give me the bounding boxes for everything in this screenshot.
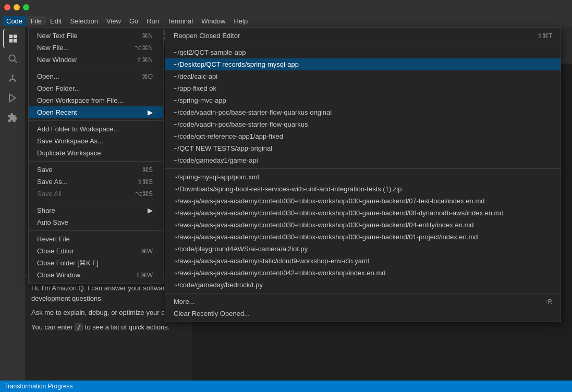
reopen-shortcut: ⇧⌘T (537, 32, 552, 40)
submenu-arrow-icon: ▶ (148, 108, 153, 116)
menu-item-label: Open... (37, 72, 59, 80)
submenu-arrow-icon: ▶ (148, 206, 153, 214)
menu-file[interactable]: File (27, 16, 46, 26)
recent-item-qct2[interactable]: ~/qct2/QCT-sample-app (165, 46, 561, 58)
menu-close-window[interactable]: Close Window ⇧⌘W (29, 269, 163, 281)
svg-marker-12 (9, 94, 16, 102)
minimize-button[interactable] (14, 4, 20, 10)
svg-point-8 (14, 80, 16, 81)
menu-item-label: Save All (37, 190, 62, 198)
recent-item-042-roblox[interactable]: ~/aws-ja/aws-java-academy/content/042-ro… (165, 267, 561, 279)
recent-item-gameday1[interactable]: ~/code/gameday1/game-api (165, 154, 561, 166)
recent-item-qct-tests[interactable]: ~/QCT NEW TESTS/app-original (165, 142, 561, 154)
menu-item-shortcut: ⇧⌘N (137, 56, 153, 64)
menu-duplicate-workspace[interactable]: Duplicate Workspace (29, 147, 163, 159)
recent-item-pom[interactable]: ~/spring-mysql-app/pom.xml (165, 171, 561, 183)
recent-item-bedrock[interactable]: ~/code/gameday/bedrock/t.py (165, 279, 561, 291)
menu-new-file[interactable]: New File... ⌥⌘N (29, 42, 163, 54)
recent-item-cloud9[interactable]: ~/aws-ja/aws-java-academy/static/cloud9-… (165, 255, 561, 267)
menu-auto-save[interactable]: Auto Save (29, 216, 163, 228)
menu-item-shortcut: ⌘S (142, 166, 153, 174)
recent-item-zip[interactable]: ~/Downloads/spring-boot-rest-services-wi… (165, 183, 561, 195)
menu-divider-3 (29, 161, 163, 162)
maximize-button[interactable] (23, 4, 29, 10)
svg-line-10 (10, 79, 13, 80)
recent-item-vaadin-original[interactable]: ~/code/vaadin-poc/base-starter-flow-quar… (165, 106, 561, 118)
reopen-label: Reopen Closed Editor (174, 32, 240, 40)
menu-open-recent[interactable]: Open Recent ▶ (29, 106, 163, 118)
menu-edit[interactable]: Edit (46, 16, 66, 26)
svg-point-6 (11, 75, 13, 76)
menu-close-folder[interactable]: Close Folder [⌘K F] (29, 257, 163, 269)
menu-selection[interactable]: Selection (66, 16, 102, 26)
recent-item-aws-07[interactable]: ~/aws-ja/aws-java-academy/content/030-ro… (165, 195, 561, 207)
open-recent-submenu: Reopen Closed Editor ⇧⌘T ~/qct2/QCT-samp… (165, 27, 561, 322)
menu-window[interactable]: Window (197, 16, 229, 26)
sidebar-debug-icon[interactable] (3, 89, 22, 107)
clear-recently-opened[interactable]: Clear Recently Opened... (165, 308, 561, 320)
menu-save[interactable]: Save ⌘S (29, 164, 163, 176)
recent-item-calc-api[interactable]: ~/deal/calc-api (165, 70, 561, 82)
menu-open[interactable]: Open... ⌘O (29, 70, 163, 82)
menu-close-editor[interactable]: Close Editor ⌘W (29, 245, 163, 257)
menu-run[interactable]: Run (142, 16, 163, 26)
menu-item-label: Open Folder... (37, 84, 80, 92)
menu-item-label: New File... (37, 44, 69, 52)
svg-line-5 (15, 60, 17, 63)
svg-rect-3 (14, 39, 17, 43)
amazon-q-slash: / (75, 323, 83, 331)
menu-item-label: Open Recent (37, 108, 77, 116)
menu-item-label: New Window (37, 56, 77, 64)
menu-save-workspace-as[interactable]: Save Workspace As... (29, 135, 163, 147)
menu-new-text-file[interactable]: New Text File ⌘N (29, 30, 163, 42)
more-label: More... (174, 298, 194, 305)
menu-open-workspace[interactable]: Open Workspace from File... (29, 94, 163, 106)
recent-item-ai-camera[interactable]: ~/code/playground4AWS/ai-camera/ai2iot.p… (165, 243, 561, 255)
more-button[interactable]: More... ↑R (165, 296, 561, 308)
recent-item-app-fixed[interactable]: ~/app-fixed ok (165, 82, 561, 94)
recent-item-aws-01[interactable]: ~/aws-ja/aws-java-academy/content/030-ro… (165, 231, 561, 243)
menu-item-shortcut: ⇧⌘W (136, 272, 153, 279)
recent-item-spring-mvc[interactable]: ~/spring-mvc-app (165, 94, 561, 106)
menu-item-label: Save (37, 166, 53, 174)
menu-go[interactable]: Go (125, 16, 142, 26)
close-button[interactable] (4, 4, 10, 10)
recent-item-aws-08[interactable]: ~/aws-ja/aws-java-academy/content/030-ro… (165, 207, 561, 219)
menu-item-label: Open Workspace from File... (37, 96, 123, 104)
menu-help[interactable]: Help (229, 16, 252, 26)
status-text: Transformation Progress (4, 383, 73, 390)
sidebar-extensions-icon[interactable] (3, 108, 22, 127)
menu-share[interactable]: Share ▶ (29, 204, 163, 216)
reopen-closed-editor[interactable]: Reopen Closed Editor ⇧⌘T (165, 30, 561, 42)
svg-rect-0 (9, 35, 13, 39)
menu-add-folder[interactable]: Add Folder to Workspace... (29, 123, 163, 135)
status-bar: Transformation Progress (0, 381, 572, 392)
file-menu-dropdown: New Text File ⌘N New File... ⌥⌘N New Win… (28, 27, 164, 284)
menu-item-label: Duplicate Workspace (37, 149, 101, 157)
menu-revert-file[interactable]: Revert File (29, 233, 163, 245)
menu-code[interactable]: Code (2, 16, 27, 26)
sidebar-explorer-icon[interactable] (3, 29, 22, 48)
recent-item-qct-ref[interactable]: ~/code/qct-reference-app1/app-fixed (165, 130, 561, 142)
menu-item-shortcut: ⌥⌘N (135, 44, 153, 52)
menu-item-label: Save Workspace As... (37, 137, 103, 145)
recent-divider (165, 44, 561, 44)
recent-item-vaadin[interactable]: ~/code/vaadin-poc/base-starter-flow-quar… (165, 118, 561, 130)
menu-item-label: Save As... (37, 178, 68, 186)
menu-item-label: Share (37, 206, 55, 214)
menu-save-as[interactable]: Save As... ⇧⌘S (29, 176, 163, 188)
sidebar-git-icon[interactable] (3, 69, 22, 88)
sidebar (0, 27, 25, 392)
recent-file-divider (165, 168, 561, 169)
menu-item-shortcut: ⌘N (142, 32, 153, 40)
recent-item-desktop-qct[interactable]: ~/Desktop/QCT records/spring-mysql-app (165, 58, 561, 70)
sidebar-search-icon[interactable] (3, 49, 22, 68)
menu-open-folder[interactable]: Open Folder... (29, 82, 163, 94)
menu-bar: Code File Edit Selection View Go Run Ter… (0, 15, 572, 27)
recent-item-aws-04[interactable]: ~/aws-ja/aws-java-academy/content/030-ro… (165, 219, 561, 231)
menu-terminal[interactable]: Terminal (163, 16, 197, 26)
svg-line-11 (13, 79, 15, 80)
menu-new-window[interactable]: New Window ⇧⌘N (29, 54, 163, 66)
menu-view[interactable]: View (102, 16, 125, 26)
menu-item-shortcut: ⌥⌘S (135, 190, 153, 198)
